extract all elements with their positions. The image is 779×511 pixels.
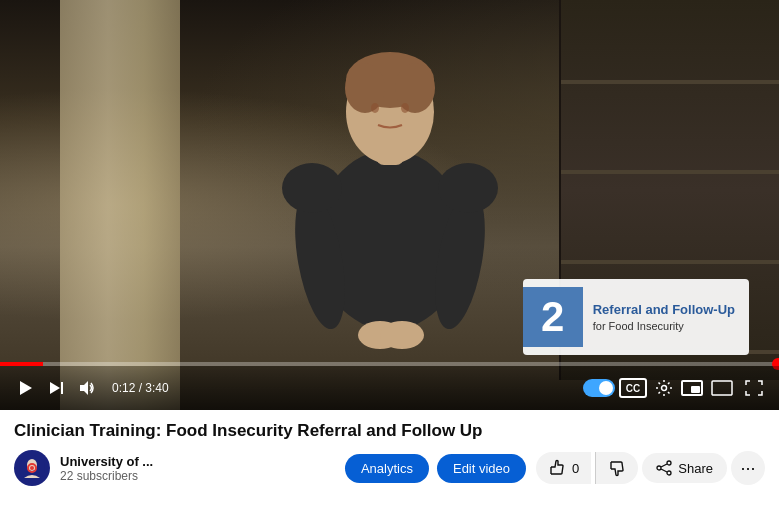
- svg-point-23: [30, 466, 34, 470]
- svg-line-27: [661, 464, 667, 467]
- play-button[interactable]: [12, 375, 38, 401]
- share-label: Share: [678, 461, 713, 476]
- autoplay-toggle[interactable]: [583, 379, 615, 397]
- miniplayer-button[interactable]: [681, 380, 703, 396]
- svg-rect-16: [61, 382, 63, 394]
- like-button[interactable]: 0: [536, 452, 591, 484]
- controls-bar: 0:12 / 3:40 CC: [0, 366, 779, 410]
- svg-point-7: [395, 63, 435, 113]
- more-options-button[interactable]: ···: [731, 451, 765, 485]
- thumbs-down-icon: [608, 459, 626, 477]
- next-button[interactable]: [44, 376, 68, 400]
- svg-line-28: [661, 469, 667, 472]
- person-figure: [250, 40, 530, 380]
- cc-button[interactable]: CC: [619, 378, 647, 398]
- svg-point-9: [438, 163, 498, 213]
- shelf-3: [561, 260, 779, 264]
- theater-button[interactable]: [707, 376, 737, 400]
- channel-avatar[interactable]: [14, 450, 50, 486]
- svg-point-25: [667, 471, 671, 475]
- settings-button[interactable]: [651, 375, 677, 401]
- overlay-card: 2 Referral and Follow-Up for Food Insecu…: [523, 279, 749, 355]
- svg-point-11: [380, 321, 424, 349]
- page-container: 2 Referral and Follow-Up for Food Insecu…: [0, 0, 779, 486]
- overlay-title: Referral and Follow-Up: [593, 302, 735, 319]
- shelf-2: [561, 170, 779, 174]
- svg-point-24: [667, 461, 671, 465]
- video-info: Clinician Training: Food Insecurity Refe…: [0, 410, 779, 486]
- svg-rect-19: [712, 381, 732, 395]
- overlay-subtitle: for Food Insecurity: [593, 320, 735, 332]
- svg-point-18: [662, 386, 667, 391]
- channel-logo-icon: [18, 454, 46, 482]
- video-title: Clinician Training: Food Insecurity Refe…: [14, 420, 765, 442]
- share-button[interactable]: Share: [642, 453, 727, 483]
- analytics-button[interactable]: Analytics: [345, 454, 429, 483]
- video-player: 2 Referral and Follow-Up for Food Insecu…: [0, 0, 779, 410]
- overlay-text: Referral and Follow-Up for Food Insecuri…: [593, 302, 735, 333]
- overlay-number: 2: [523, 287, 583, 347]
- svg-point-6: [345, 63, 385, 113]
- more-icon: ···: [740, 458, 755, 479]
- svg-point-26: [657, 466, 661, 470]
- fullscreen-button[interactable]: [741, 376, 767, 400]
- shelf-1: [561, 80, 779, 84]
- channel-info: University of ... 22 subscribers: [60, 454, 335, 483]
- right-controls: CC: [583, 375, 767, 401]
- svg-point-12: [371, 103, 379, 113]
- svg-marker-14: [20, 381, 32, 395]
- time-display: 0:12 / 3:40: [112, 381, 169, 395]
- door-background: [60, 0, 180, 410]
- share-icon: [656, 460, 672, 476]
- channel-name[interactable]: University of ...: [60, 454, 335, 469]
- right-actions: 0 Share: [536, 451, 765, 485]
- volume-button[interactable]: [74, 375, 100, 401]
- channel-actions: Analytics Edit video: [345, 454, 526, 483]
- svg-point-13: [401, 103, 409, 113]
- like-count: 0: [572, 461, 579, 476]
- subscriber-count: 22 subscribers: [60, 469, 335, 483]
- channel-row: University of ... 22 subscribers Analyti…: [14, 450, 765, 486]
- svg-marker-15: [50, 382, 60, 394]
- svg-marker-17: [80, 381, 88, 395]
- edit-video-button[interactable]: Edit video: [437, 454, 526, 483]
- svg-point-8: [282, 163, 342, 213]
- dislike-button[interactable]: [595, 452, 638, 484]
- thumbs-up-icon: [548, 459, 566, 477]
